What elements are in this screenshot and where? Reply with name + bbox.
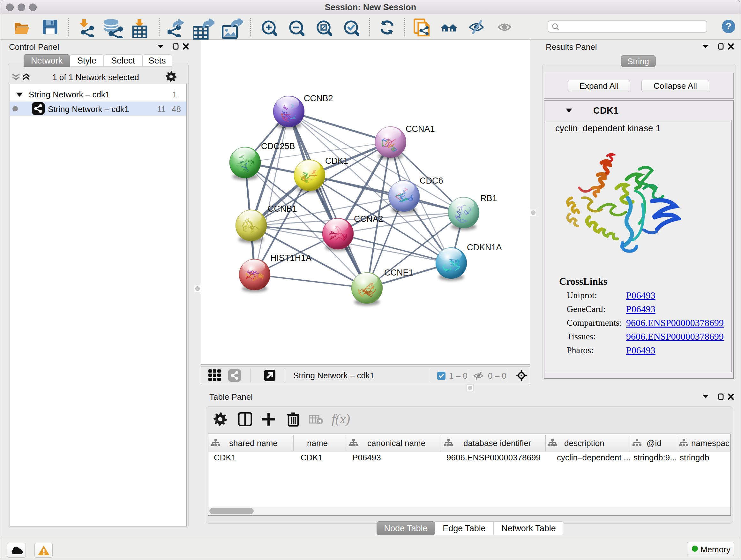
svg-text:CDK1: CDK1 bbox=[325, 156, 348, 166]
svg-text:CCNA1: CCNA1 bbox=[406, 124, 435, 134]
svg-text:HIST1H1A: HIST1H1A bbox=[270, 253, 312, 263]
svg-text:CDC25B: CDC25B bbox=[261, 141, 295, 151]
svg-text:CCNA2: CCNA2 bbox=[354, 214, 383, 224]
svg-text:CCNB1: CCNB1 bbox=[268, 204, 297, 213]
svg-text:CDKN1A: CDKN1A bbox=[467, 243, 502, 252]
svg-text:RB1: RB1 bbox=[480, 193, 497, 203]
svg-text:CCNB2: CCNB2 bbox=[304, 94, 333, 103]
svg-text:CDC6: CDC6 bbox=[420, 176, 443, 186]
svg-text:CCNE1: CCNE1 bbox=[384, 268, 414, 277]
